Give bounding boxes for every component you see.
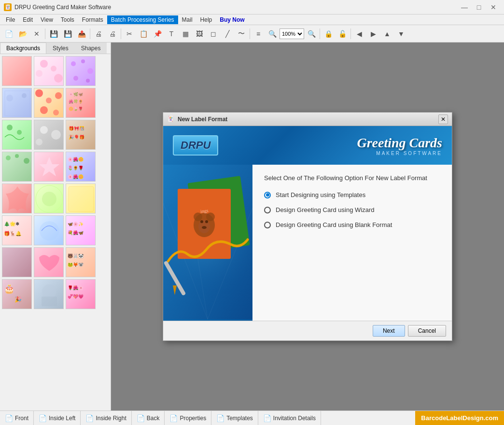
radio-btn-blank[interactable] xyxy=(264,222,271,228)
toolbar-print[interactable]: 🖨 xyxy=(92,27,105,41)
tab-styles[interactable]: Styles xyxy=(46,42,75,54)
thumbnail-21[interactable]: 🐻🐰🐼🐸🦊🐨 xyxy=(66,247,96,277)
thumbnail-15[interactable] xyxy=(66,184,96,213)
thumbnail-6[interactable]: 🌸🌿🦋🌺🍀🌻🌼🍃🌹 xyxy=(66,88,96,118)
radio-btn-templates[interactable] xyxy=(264,192,271,198)
svg-point-6 xyxy=(87,68,93,74)
next-button[interactable]: Next xyxy=(373,325,405,337)
menu-edit[interactable]: Edit xyxy=(19,15,37,24)
thumbnail-16[interactable]: 🎄🌟❄🎁🦌🔔 xyxy=(2,215,32,245)
svg-point-11 xyxy=(22,93,27,98)
thumbnail-5[interactable] xyxy=(34,88,64,118)
toolbar-open[interactable]: 📂 xyxy=(16,27,29,41)
svg-point-10 xyxy=(6,95,13,101)
inside-left-icon: 📄 xyxy=(39,414,47,422)
toolbar-paste[interactable]: 📌 xyxy=(151,27,164,41)
toolbar-align[interactable]: ≡ xyxy=(252,27,265,41)
toolbar-unlock[interactable]: 🔓 xyxy=(336,27,349,41)
front-icon: 📄 xyxy=(5,414,13,422)
radio-option-blank[interactable]: Design Greeting Card using Blank Format xyxy=(264,221,440,228)
toolbar-fwd[interactable]: ▶ xyxy=(366,27,380,41)
svg-text:🌷🌻🌹: 🌷🌻🌹 xyxy=(68,165,84,171)
svg-point-38 xyxy=(40,221,59,241)
toolbar-new[interactable]: 📄 xyxy=(2,27,15,41)
toolbar-barcode[interactable]: ▦ xyxy=(179,27,192,41)
svg-point-28 xyxy=(15,154,19,158)
status-front[interactable]: 📄 Front xyxy=(0,411,34,425)
status-properties[interactable]: 📄 Properties xyxy=(165,411,211,425)
toolbar-shape[interactable]: ◻ xyxy=(207,27,220,41)
toolbar-up[interactable]: ▲ xyxy=(380,27,394,41)
menu-tools[interactable]: Tools xyxy=(57,15,78,24)
toolbar-line[interactable]: ╱ xyxy=(221,27,234,41)
thumbnail-12[interactable]: 🌸🌺🌼🌷🌻🌹🌸🌺🌼 xyxy=(66,152,96,182)
toolbar-save-as[interactable]: 💾 xyxy=(61,27,74,41)
thumbnail-17[interactable] xyxy=(34,215,64,245)
menu-mail[interactable]: Mail xyxy=(178,15,196,24)
tab-backgrounds[interactable]: Backgrounds xyxy=(0,42,46,54)
thumbnail-19[interactable] xyxy=(2,247,32,277)
menu-help[interactable]: Help xyxy=(196,15,216,24)
toolbar-save[interactable]: 💾 xyxy=(47,27,60,41)
status-templates[interactable]: 📄 Templates xyxy=(211,411,258,425)
svg-text:🎁🦌🔔: 🎁🦌🔔 xyxy=(4,230,22,237)
thumbnail-4[interactable] xyxy=(2,88,32,118)
toolbar-back[interactable]: ◀ xyxy=(352,27,366,41)
status-back[interactable]: 📄 Back xyxy=(132,411,165,425)
thumb-row: 🌸🌺🌼🌷🌻🌹🌸🌺🌼 xyxy=(2,152,109,182)
toolbar-image[interactable]: 🖼 xyxy=(193,27,206,41)
maximize-button[interactable]: □ xyxy=(472,2,486,13)
toolbar-down[interactable]: ▼ xyxy=(394,27,408,41)
thumbnail-9[interactable]: 🎁🎀🎊🎉🎈🎁 xyxy=(66,120,96,150)
thumbnail-22[interactable]: 🎂🎉 xyxy=(2,279,32,309)
thumbnail-14[interactable] xyxy=(34,184,64,213)
toolbar-print2[interactable]: 🖨 xyxy=(106,27,119,41)
menu-bar: File Edit View Tools Formats Batch Proce… xyxy=(0,14,504,25)
thumbnail-24[interactable]: 🌹🌺🌸💞💖💗 xyxy=(66,279,96,309)
minimize-button[interactable]: — xyxy=(458,2,471,13)
status-invitation-details[interactable]: 📄 Invitation Details xyxy=(258,411,321,425)
radio-option-templates[interactable]: Start Designing using Templates xyxy=(264,191,440,198)
thumbnail-8[interactable] xyxy=(34,120,64,150)
toolbar-text[interactable]: T xyxy=(165,27,178,41)
menu-formats[interactable]: Formats xyxy=(78,15,107,24)
thumbnail-23[interactable] xyxy=(34,279,64,309)
close-button[interactable]: ✕ xyxy=(487,2,500,13)
thumbnail-1[interactable] xyxy=(2,56,32,86)
radio-option-wizard[interactable]: Design Greeting Card using Wizard xyxy=(264,206,440,213)
toolbar-zoom-in-icon[interactable]: 🔍 xyxy=(266,27,279,41)
radio-btn-wizard[interactable] xyxy=(264,207,271,213)
svg-point-3 xyxy=(54,74,63,83)
thumbnail-18[interactable]: 🦋🌸✨💐🌺🦋 xyxy=(66,215,96,245)
thumbnail-3[interactable] xyxy=(66,56,96,86)
thumb-row: 🎂🎉 🌹🌺🌸💞💖💗 xyxy=(2,279,109,309)
status-templates-label: Templates xyxy=(226,415,253,422)
toolbar-copy[interactable]: 📋 xyxy=(137,27,150,41)
thumbnail-20[interactable] xyxy=(34,247,64,277)
cancel-button[interactable]: Cancel xyxy=(408,325,446,337)
toolbar-zoom-out-icon[interactable]: 🔍 xyxy=(305,27,318,41)
thumbnail-2[interactable] xyxy=(34,56,64,86)
thumbnail-7[interactable] xyxy=(2,120,32,150)
toolbar-cut[interactable]: ✂ xyxy=(123,27,136,41)
zoom-control[interactable]: 100% 50% 150% 200% xyxy=(280,28,304,39)
dialog-close-button[interactable]: ✕ xyxy=(438,114,448,124)
toolbar-close[interactable]: ✕ xyxy=(30,27,43,41)
zoom-select[interactable]: 100% 50% 150% 200% xyxy=(280,28,304,39)
svg-text:🌼🍃🌹: 🌼🍃🌹 xyxy=(69,106,83,111)
status-inside-right[interactable]: 📄 Inside Right xyxy=(81,411,131,425)
status-inside-left[interactable]: 📄 Inside Left xyxy=(34,411,81,425)
menu-file[interactable]: File xyxy=(2,15,19,24)
menu-buy-now[interactable]: Buy Now xyxy=(216,15,248,24)
menu-view[interactable]: View xyxy=(37,15,57,24)
toolbar-export[interactable]: 📤 xyxy=(75,27,88,41)
toolbar-wavy[interactable]: 〜 xyxy=(235,27,248,41)
svg-point-22 xyxy=(40,126,48,134)
menu-batch-processing[interactable]: Batch Processing Series xyxy=(107,15,178,24)
thumbnail-13[interactable] xyxy=(2,184,32,213)
toolbar-lock[interactable]: 🔒 xyxy=(322,27,335,41)
tab-shapes[interactable]: Shapes xyxy=(75,42,107,54)
thumbnail-10[interactable] xyxy=(2,152,32,182)
svg-point-13 xyxy=(46,98,52,103)
thumbnail-11[interactable] xyxy=(34,152,64,182)
